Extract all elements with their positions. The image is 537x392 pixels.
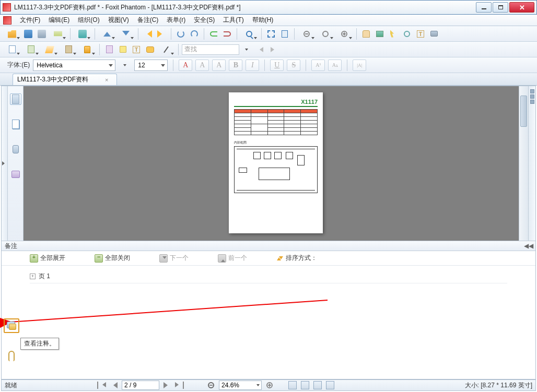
save-button[interactable] — [22, 28, 34, 40]
menu-comment[interactable]: 备注(C) — [133, 16, 163, 25]
expand-all-button[interactable]: 全部展开 — [30, 254, 65, 263]
menu-security[interactable]: 安全(S) — [190, 16, 219, 25]
maximize-button[interactable] — [493, 2, 508, 13]
stamp-button[interactable] — [60, 43, 77, 56]
open-button[interactable] — [3, 28, 21, 40]
view-facing-button[interactable] — [313, 381, 322, 390]
undo-button[interactable] — [207, 28, 220, 40]
next-comment-button[interactable]: 下一个 — [159, 254, 189, 263]
font-color-button[interactable]: A — [179, 60, 192, 71]
snapshot-button[interactable] — [265, 28, 277, 40]
underline-button[interactable]: U — [270, 60, 284, 71]
document-canvas[interactable]: X1117 内部框图 — [24, 86, 528, 241]
nav-attachments-button[interactable] — [10, 144, 21, 155]
zoom-select[interactable]: 24.6% — [219, 381, 262, 390]
bold-button[interactable]: A — [195, 60, 209, 71]
strike-button[interactable]: S — [287, 60, 300, 71]
search-placeholder: 查找 — [184, 45, 197, 54]
superscript-button[interactable]: A¹ — [311, 60, 325, 71]
camera-button[interactable] — [428, 28, 440, 40]
right-strip[interactable] — [528, 86, 535, 241]
font-family-select[interactable]: Helvetica — [33, 60, 115, 71]
pencil-button[interactable] — [157, 43, 175, 56]
tab-close-button[interactable]: × — [105, 77, 108, 83]
binoculars-button[interactable] — [401, 28, 413, 40]
print-button[interactable] — [36, 28, 48, 40]
collapse-all-button[interactable]: 全部关闭 — [95, 254, 130, 263]
font-size-select[interactable]: 12 — [134, 60, 168, 71]
font-size-down[interactable] — [119, 59, 131, 72]
search-next-button[interactable] — [267, 43, 280, 56]
highlight-button[interactable] — [41, 43, 59, 56]
menu-form[interactable]: 表单(r) — [162, 16, 190, 25]
next-page-button[interactable] — [155, 28, 168, 40]
minimize-button[interactable] — [476, 2, 492, 13]
view-single-button[interactable] — [288, 381, 297, 390]
callout-button[interactable] — [144, 43, 156, 56]
sort-button[interactable]: 排序方式： — [276, 254, 317, 263]
menu-view[interactable]: 视图(V) — [104, 16, 133, 25]
select-tool-button[interactable] — [387, 28, 400, 40]
rotate-right-button[interactable] — [188, 28, 201, 40]
new-doc-button[interactable] — [3, 43, 21, 56]
hand-tool-button[interactable] — [360, 28, 372, 40]
view-continuous-facing-button[interactable] — [325, 381, 335, 390]
search-input[interactable]: 查找 — [182, 44, 239, 55]
zoom-actual-button[interactable] — [317, 28, 334, 40]
menu-organize[interactable]: 组织(O) — [74, 16, 103, 25]
zoom-in-button[interactable] — [335, 28, 353, 40]
comment-page-row[interactable]: + 页 1 — [30, 270, 507, 283]
attachments-button[interactable] — [4, 349, 19, 363]
view-continuous-button[interactable] — [300, 381, 310, 390]
note-button[interactable] — [116, 43, 129, 56]
scrollbar-thumb[interactable] — [520, 96, 527, 127]
edit-doc-button[interactable] — [22, 43, 40, 56]
vertical-scrollbar[interactable] — [519, 86, 528, 241]
zoom-in-button[interactable] — [265, 381, 274, 390]
nav-bookmarks-button[interactable] — [10, 93, 21, 105]
search-prev-button[interactable] — [254, 43, 266, 56]
expand-toggle[interactable]: + — [30, 274, 36, 279]
rotate-left-button[interactable] — [174, 28, 187, 40]
prev-view-button[interactable] — [98, 28, 116, 40]
text-tool-button[interactable]: T — [414, 28, 427, 40]
menu-tools[interactable]: 工具(T) — [219, 16, 248, 25]
menu-app-icon[interactable] — [3, 16, 11, 25]
email-button[interactable] — [49, 28, 67, 40]
nav-pages-button[interactable] — [10, 118, 21, 130]
comments-collapse-button[interactable]: ◀◀ — [525, 243, 532, 248]
text-box-button[interactable]: T — [130, 43, 143, 56]
form-button[interactable] — [103, 43, 115, 56]
first-page-button[interactable] — [97, 381, 106, 390]
page-number-input[interactable] — [122, 381, 159, 390]
next-view-button[interactable] — [117, 28, 135, 40]
next-page-button[interactable] — [162, 381, 172, 390]
zoom-button[interactable] — [240, 28, 258, 40]
subscript-button[interactable]: A₁ — [328, 60, 342, 71]
image-tool-button[interactable] — [373, 28, 386, 40]
zoom-out-button[interactable] — [206, 381, 216, 390]
prev-comment-button[interactable]: 前一个 — [218, 254, 247, 263]
close-button[interactable]: ✕ — [509, 2, 534, 13]
layers-icon — [11, 171, 20, 178]
nav-expand-strip[interactable] — [2, 86, 8, 241]
bold-b-button[interactable]: B — [229, 60, 242, 71]
prev-page-button[interactable] — [142, 28, 154, 40]
italic-button[interactable]: I — [246, 60, 259, 71]
menu-edit[interactable]: 编辑(E) — [44, 16, 74, 25]
menu-help[interactable]: 帮助(H) — [248, 16, 278, 25]
style-a-button[interactable]: A — [212, 60, 226, 71]
zoom-out-button[interactable] — [298, 28, 316, 40]
document-tab[interactable]: LM1117-3.3中文PDF资料 × — [13, 74, 117, 85]
scan-button[interactable] — [74, 28, 91, 40]
char-spacing-button[interactable]: |A| — [353, 60, 366, 71]
secure-button[interactable] — [78, 43, 96, 56]
nav-layers-button[interactable] — [10, 169, 21, 180]
redo-button[interactable] — [221, 28, 234, 40]
prev-page-button[interactable] — [109, 381, 119, 390]
menu-file[interactable]: 文件(F) — [16, 16, 44, 25]
clipboard-button[interactable] — [278, 28, 291, 40]
view-comments-button[interactable] — [4, 318, 19, 333]
last-page-button[interactable] — [175, 381, 184, 390]
search-dropdown[interactable] — [240, 43, 253, 56]
